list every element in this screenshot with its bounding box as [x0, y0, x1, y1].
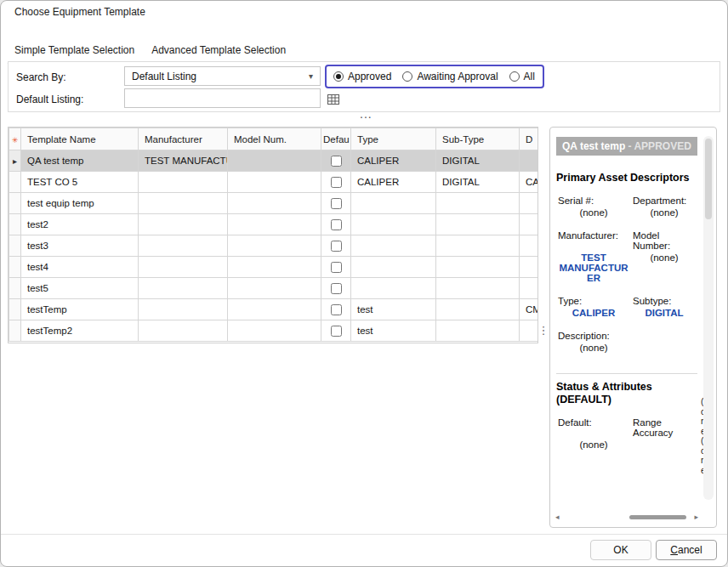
- cell-model-num[interactable]: [228, 150, 321, 172]
- cell-template-name[interactable]: QA test temp: [21, 150, 139, 172]
- cell-sub-type[interactable]: [436, 257, 520, 278]
- default-listing-input[interactable]: [124, 88, 321, 108]
- default-checkbox[interactable]: [331, 262, 342, 273]
- cell-model-num[interactable]: [228, 235, 321, 257]
- table-row[interactable]: testTemp2 test: [9, 320, 538, 342]
- cell-manufacturer[interactable]: [139, 172, 228, 193]
- cell-manufacturer[interactable]: TEST MANUFACTURER: [139, 150, 228, 172]
- cell-type[interactable]: [351, 235, 436, 257]
- col-header-d[interactable]: D: [520, 128, 538, 150]
- cell-type[interactable]: CALIPER: [351, 172, 436, 193]
- cell-sub-type[interactable]: [436, 278, 520, 299]
- default-checkbox[interactable]: [331, 283, 342, 294]
- cell-type[interactable]: test: [351, 320, 436, 342]
- cell-sub-type[interactable]: [436, 299, 520, 320]
- cell-type[interactable]: [351, 257, 436, 278]
- cell-model-num[interactable]: [228, 193, 321, 214]
- cell-model-num[interactable]: [228, 214, 321, 235]
- col-header-sub-type[interactable]: Sub-Type: [436, 128, 520, 150]
- default-checkbox[interactable]: [331, 198, 342, 209]
- cell-model-num[interactable]: [228, 320, 321, 342]
- radio-awaiting-label: Awaiting Approval: [417, 71, 498, 82]
- cell-manufacturer[interactable]: [139, 214, 228, 235]
- approval-radio-group: Approved Awaiting Approval All: [325, 65, 544, 88]
- table-row[interactable]: test2: [9, 214, 538, 235]
- cell-sub-type[interactable]: DIGITAL: [436, 172, 520, 193]
- table-row[interactable]: test equip temp: [9, 193, 538, 214]
- cell-sub-type[interactable]: [436, 320, 520, 342]
- default-checkbox[interactable]: [331, 241, 342, 252]
- vscroll-thumb[interactable]: [705, 139, 712, 219]
- cell-d[interactable]: [520, 150, 538, 172]
- serial-value: (none): [556, 207, 631, 230]
- ok-button[interactable]: OK: [590, 540, 651, 560]
- col-header-model-num[interactable]: Model Num.: [228, 128, 321, 150]
- cell-sub-type[interactable]: [436, 214, 520, 235]
- scroll-right-icon[interactable]: ▸: [694, 512, 698, 523]
- cancel-button[interactable]: Cancel: [656, 540, 717, 560]
- cell-type[interactable]: test: [351, 299, 436, 320]
- cell-d[interactable]: [520, 214, 538, 235]
- cell-sub-type[interactable]: [436, 193, 520, 214]
- grid-lookup-icon[interactable]: [327, 93, 339, 108]
- cell-template-name[interactable]: test2: [21, 214, 139, 235]
- cell-template-name[interactable]: test3: [21, 235, 139, 257]
- default-checkbox[interactable]: [331, 219, 342, 230]
- table-row[interactable]: ▸ QA test temp TEST MANUFACTURER CALIPER…: [9, 150, 538, 172]
- panel-splitter-handle[interactable]: ...: [360, 107, 373, 121]
- cell-manufacturer[interactable]: [139, 193, 228, 214]
- col-header-type[interactable]: Type: [351, 128, 436, 150]
- cell-manufacturer[interactable]: [139, 320, 228, 342]
- default-checkbox[interactable]: [331, 304, 342, 315]
- table-row[interactable]: test3: [9, 235, 538, 257]
- cell-d[interactable]: CA: [520, 172, 538, 193]
- table-row[interactable]: testTemp test CM: [9, 299, 538, 320]
- cell-model-num[interactable]: [228, 172, 321, 193]
- cell-model-num[interactable]: [228, 257, 321, 278]
- col-header-default[interactable]: Defau: [321, 128, 351, 150]
- cell-type[interactable]: [351, 278, 436, 299]
- cell-sub-type[interactable]: DIGITAL: [436, 150, 520, 172]
- row-indicator: ▸: [9, 150, 21, 172]
- hscroll-thumb[interactable]: [629, 515, 686, 519]
- cell-d[interactable]: [520, 257, 538, 278]
- radio-all[interactable]: All: [509, 71, 535, 82]
- cell-d[interactable]: [520, 235, 538, 257]
- default-checkbox[interactable]: [331, 177, 342, 188]
- cell-manufacturer[interactable]: [139, 299, 228, 320]
- cell-manufacturer[interactable]: [139, 257, 228, 278]
- cell-template-name[interactable]: testTemp: [21, 299, 139, 320]
- cell-template-name[interactable]: test equip temp: [21, 193, 139, 214]
- cell-model-num[interactable]: [228, 278, 321, 299]
- cell-template-name[interactable]: test5: [21, 278, 139, 299]
- cell-model-num[interactable]: [228, 299, 321, 320]
- default-checkbox[interactable]: [331, 156, 342, 167]
- grid-splitter-grip[interactable]: ⋮: [539, 127, 548, 343]
- cell-d[interactable]: [520, 278, 538, 299]
- table-row[interactable]: TEST CO 5 CALIPER DIGITAL CA: [9, 172, 538, 193]
- cell-manufacturer[interactable]: [139, 235, 228, 257]
- table-row[interactable]: test4: [9, 257, 538, 278]
- cell-template-name[interactable]: test4: [21, 257, 139, 278]
- cell-sub-type[interactable]: [436, 235, 520, 257]
- cell-d[interactable]: [520, 320, 538, 342]
- table-row[interactable]: test5: [9, 278, 538, 299]
- cell-default: [321, 320, 351, 342]
- cell-type[interactable]: [351, 193, 436, 214]
- cell-template-name[interactable]: testTemp2: [21, 320, 139, 342]
- details-horizontal-scrollbar[interactable]: ◂ ▸: [555, 512, 698, 523]
- cell-d[interactable]: [520, 193, 538, 214]
- cell-type[interactable]: [351, 214, 436, 235]
- cell-type[interactable]: CALIPER: [351, 150, 436, 172]
- cell-d[interactable]: CM: [520, 299, 538, 320]
- cell-template-name[interactable]: TEST CO 5: [21, 172, 139, 193]
- radio-awaiting-approval[interactable]: Awaiting Approval: [402, 71, 498, 82]
- col-header-manufacturer[interactable]: Manufacturer: [139, 128, 228, 150]
- search-by-dropdown[interactable]: Default Listing ▾: [124, 66, 321, 86]
- default-checkbox[interactable]: [331, 326, 342, 337]
- cell-manufacturer[interactable]: [139, 278, 228, 299]
- col-header-template-name[interactable]: Template Name: [21, 128, 139, 150]
- radio-approved[interactable]: Approved: [333, 71, 391, 82]
- details-vertical-scrollbar[interactable]: [703, 136, 714, 500]
- hscroll-track[interactable]: [560, 512, 695, 523]
